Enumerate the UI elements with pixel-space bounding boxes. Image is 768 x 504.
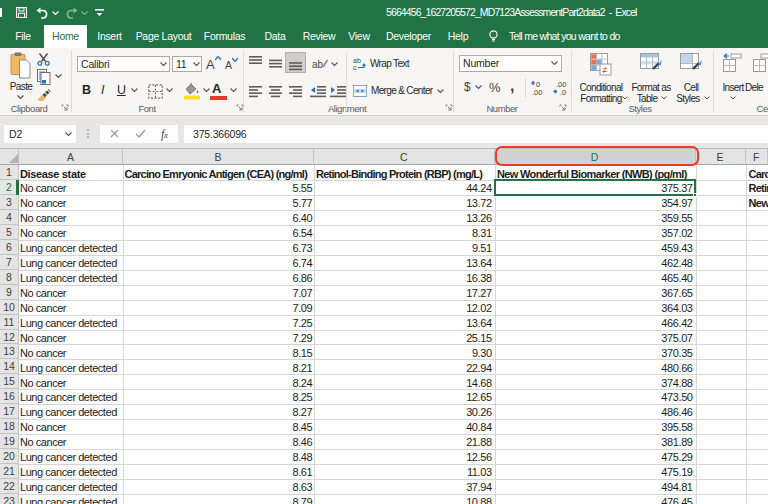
- svg-text:c: c: [353, 64, 357, 71]
- svg-text:≠: ≠: [603, 65, 608, 75]
- svg-text:ab: ab: [353, 57, 361, 64]
- svg-text:ab: ab: [312, 59, 324, 70]
- svg-text:.00: .00: [532, 88, 542, 96]
